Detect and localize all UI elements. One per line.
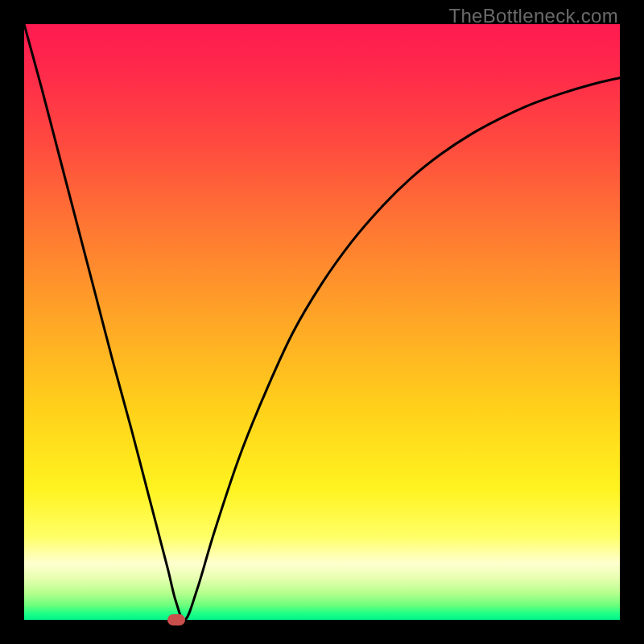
plot-area: [24, 24, 620, 620]
chart-frame: TheBottleneck.com: [0, 0, 644, 644]
optimal-point-marker: [167, 614, 185, 625]
bottleneck-curve: [24, 24, 620, 620]
